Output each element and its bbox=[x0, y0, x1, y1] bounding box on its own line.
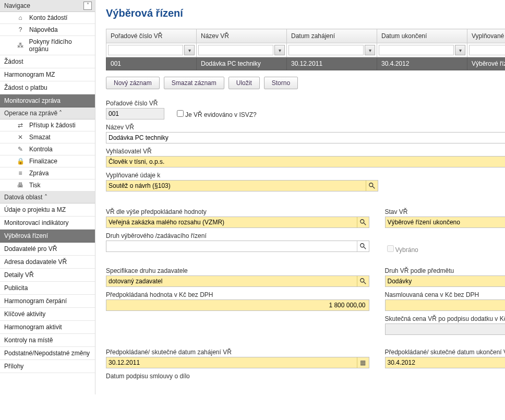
ops-item-label: Zpráva bbox=[29, 170, 49, 177]
dat-zah-label: Předpokládané/ skutečné datum zahájení V… bbox=[106, 349, 369, 356]
druh-predmet-label: Druh VŘ podle předmětu bbox=[385, 267, 506, 274]
vyhl-field[interactable] bbox=[106, 156, 505, 167]
col-nazev[interactable]: Název VŘ bbox=[197, 29, 287, 43]
data-item-adresa[interactable]: Adresa dodavatele VŘ bbox=[0, 256, 95, 269]
filter-ukonceni[interactable] bbox=[379, 45, 454, 55]
data-item-vyberova-rizeni[interactable]: Výběrová řízení bbox=[0, 230, 95, 243]
ops-pristup[interactable]: ⇄Přístup k žádosti bbox=[0, 119, 95, 131]
search-icon[interactable] bbox=[357, 276, 369, 286]
ops-header[interactable]: Operace na zprávě ˄ bbox=[0, 107, 95, 119]
data-item-klicove[interactable]: Klíčové aktivity bbox=[0, 308, 95, 321]
nav-item-konto[interactable]: ⌂Konto žádostí bbox=[0, 12, 95, 24]
isvz-checkbox-wrap[interactable]: Je VŘ evidováno v ISVZ? bbox=[175, 109, 257, 118]
druh-field[interactable] bbox=[106, 241, 369, 252]
vyhl-input[interactable] bbox=[106, 157, 505, 167]
new-record-button[interactable]: Nový záznam bbox=[106, 77, 160, 89]
data-item-harm-aktivit[interactable]: Harmonogram aktivit bbox=[0, 321, 95, 334]
filter-nazev[interactable] bbox=[198, 45, 273, 55]
nasml-input[interactable] bbox=[386, 300, 506, 310]
druh-input[interactable] bbox=[106, 241, 357, 251]
data-item-detaily[interactable]: Detaily VŘ bbox=[0, 269, 95, 282]
spec-field[interactable] bbox=[106, 275, 369, 287]
vypln-input[interactable] bbox=[106, 181, 366, 191]
print-icon: 🖶 bbox=[17, 182, 24, 189]
save-button[interactable]: Uložit bbox=[229, 77, 260, 89]
stav-field[interactable] bbox=[385, 217, 506, 228]
nav-header-label: Navigace bbox=[4, 2, 30, 9]
data-item-indikatory[interactable]: Monitorovací indikátory bbox=[0, 217, 95, 230]
nazev-input[interactable] bbox=[106, 133, 505, 143]
filter-icon[interactable]: ▾ bbox=[455, 45, 465, 55]
filter-poradove[interactable] bbox=[108, 45, 183, 55]
col-ukonceni[interactable]: Datum ukončení bbox=[377, 29, 467, 43]
isvz-checkbox[interactable] bbox=[177, 110, 184, 117]
nav-item-pokyny[interactable]: ⁂Pokyny řídicího orgánu bbox=[0, 36, 95, 55]
druh-predmet-field[interactable] bbox=[385, 275, 506, 287]
dat-ukon-input[interactable] bbox=[386, 357, 506, 368]
page-title: Výběrová řízení bbox=[106, 7, 505, 19]
stav-input[interactable] bbox=[386, 217, 506, 227]
grid-row[interactable]: 001 Dodávka PC techniky 30.12.2011 30.4.… bbox=[106, 57, 506, 70]
spec-input[interactable] bbox=[106, 276, 357, 286]
nav-header[interactable]: Navigace ˄ bbox=[0, 0, 95, 12]
nav-link-zadost-platbu[interactable]: Žádost o platbu bbox=[0, 81, 95, 94]
search-icon[interactable] bbox=[357, 241, 369, 251]
predpokl-input[interactable] bbox=[106, 300, 369, 310]
ops-finalizace[interactable]: 🔒Finalizace bbox=[0, 155, 95, 167]
data-item-dodavatele[interactable]: Dodavatelé pro VŘ bbox=[0, 243, 95, 256]
dat-podpisu-label: Datum podpisu smlouvy o dílo bbox=[106, 373, 369, 380]
data-header[interactable]: Datová oblast ˄ bbox=[0, 191, 95, 203]
svg-line-11 bbox=[363, 282, 365, 284]
nasml-field[interactable] bbox=[385, 299, 506, 311]
vr-form: Pořadové číslo VŘ Je VŘ evidováno v ISVZ… bbox=[106, 100, 505, 384]
search-icon[interactable] bbox=[357, 217, 369, 227]
data-item-kontroly[interactable]: Kontroly na místě bbox=[0, 334, 95, 347]
nav-item-napoveda[interactable]: ?Nápověda bbox=[0, 24, 95, 36]
chevron-up-icon[interactable]: ˄ bbox=[44, 194, 47, 201]
filter-icon[interactable]: ▾ bbox=[365, 45, 375, 55]
check-icon: ✎ bbox=[17, 146, 24, 153]
dat-zah-field[interactable]: ▦ bbox=[106, 357, 369, 368]
calendar-icon[interactable]: ▦ bbox=[357, 357, 369, 368]
nav-link-zadost[interactable]: Žádost bbox=[0, 55, 95, 68]
ops-zprava[interactable]: ≡Zpráva bbox=[0, 167, 95, 179]
delete-record-button[interactable]: Smazat záznam bbox=[164, 77, 224, 89]
data-item-harm-cerpani[interactable]: Harmonogram čerpání bbox=[0, 295, 95, 308]
druh-predmet-input[interactable] bbox=[386, 276, 506, 286]
ops-tisk[interactable]: 🖶Tisk bbox=[0, 179, 95, 191]
svg-point-2 bbox=[369, 183, 372, 187]
col-zahajeni[interactable]: Datum zahájení bbox=[287, 29, 377, 43]
predpokl-field[interactable] bbox=[106, 299, 369, 311]
search-icon[interactable] bbox=[366, 181, 378, 191]
vr-vyse-field[interactable] bbox=[106, 217, 369, 228]
filter-zahajeni[interactable] bbox=[288, 45, 364, 55]
document-icon: ⁂ bbox=[17, 42, 24, 49]
section-monitorovaci[interactable]: Monitorovací zpráva bbox=[0, 94, 95, 107]
nav-link-harmonogram-mz[interactable]: Harmonogram MZ bbox=[0, 68, 95, 81]
nazev-field[interactable] bbox=[106, 132, 505, 143]
filter-vyplnovane[interactable] bbox=[469, 45, 505, 55]
chevron-up-icon[interactable]: ˄ bbox=[83, 2, 92, 10]
data-item-prilohy[interactable]: Přílohy bbox=[0, 360, 95, 373]
data-item-zmeny[interactable]: Podstatné/Nepodstatné změny bbox=[0, 347, 95, 360]
dat-zah-input[interactable] bbox=[106, 357, 357, 368]
delete-icon: ✕ bbox=[17, 134, 24, 141]
vypln-field[interactable] bbox=[106, 180, 378, 191]
druh-label: Druh výběrového /zadávacího řízení bbox=[106, 232, 369, 239]
data-item-udaje[interactable]: Údaje o projektu a MZ bbox=[0, 203, 95, 217]
col-vyplnovane[interactable]: Vyplňované údaje k bbox=[467, 29, 506, 43]
filter-icon[interactable]: ▾ bbox=[184, 45, 195, 55]
stav-label: Stav VŘ bbox=[385, 208, 506, 215]
vr-vyse-label: VŘ dle výše předpokládané hodnoty bbox=[106, 208, 369, 215]
dat-ukon-field[interactable]: ▦ bbox=[385, 357, 506, 368]
vypln-label: Vyplňované údaje k bbox=[106, 172, 505, 179]
vr-vyse-input[interactable] bbox=[106, 217, 357, 227]
cancel-button[interactable]: Storno bbox=[264, 77, 298, 89]
ops-smazat[interactable]: ✕Smazat bbox=[0, 131, 95, 143]
filter-icon[interactable]: ▾ bbox=[274, 45, 285, 55]
col-poradove[interactable]: Pořadové číslo VŘ bbox=[106, 29, 197, 43]
data-item-publicita[interactable]: Publicita bbox=[0, 282, 95, 295]
access-icon: ⇄ bbox=[17, 122, 24, 129]
chevron-up-icon[interactable]: ˄ bbox=[59, 110, 62, 117]
ops-kontrola[interactable]: ✎Kontrola bbox=[0, 143, 95, 155]
